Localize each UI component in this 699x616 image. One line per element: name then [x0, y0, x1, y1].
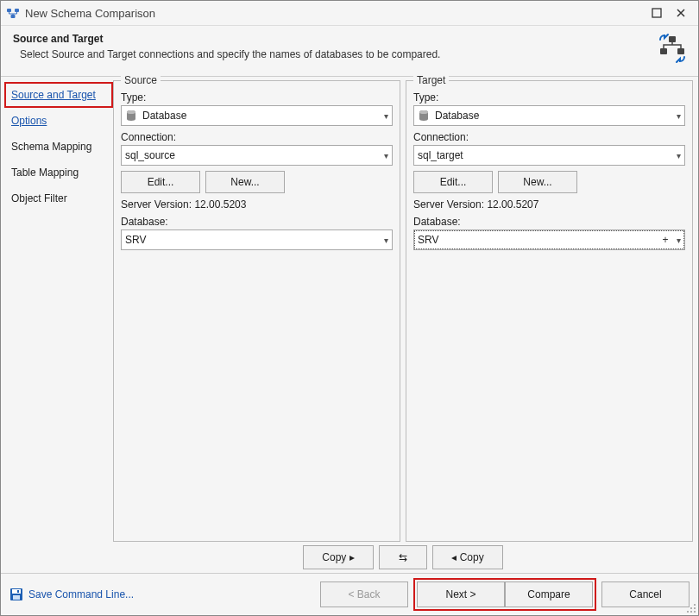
save-command-line-link[interactable]: Save Command Line... — [9, 588, 134, 601]
target-type-combo[interactable]: Database ▾ — [413, 105, 685, 126]
target-legend: Target — [413, 74, 449, 86]
svg-point-19 — [690, 611, 692, 613]
target-edit-button[interactable]: Edit... — [413, 171, 493, 193]
svg-rect-5 — [660, 48, 667, 54]
swap-icon: ⇆ — [399, 551, 407, 563]
target-new-button[interactable]: New... — [498, 171, 577, 193]
chevron-down-icon: ▾ — [677, 236, 681, 245]
header-description: Select Source and Target connections and… — [13, 48, 646, 60]
source-database-label: Database: — [121, 216, 393, 228]
save-icon — [9, 588, 23, 601]
swap-button[interactable]: ⇆ — [379, 545, 427, 569]
svg-rect-3 — [652, 9, 661, 17]
compare-button[interactable]: Compare — [505, 581, 593, 607]
nav-source-and-target[interactable]: Source and Target — [4, 82, 113, 108]
source-server-version: Server Version: 12.00.5203 — [121, 198, 393, 211]
chevron-down-icon: ▾ — [677, 151, 681, 160]
dialog-window: New Schema Comparison Source and Target … — [0, 0, 699, 616]
footer: Save Command Line... < Back Next > Compa… — [1, 573, 698, 615]
target-database-label: Database: — [413, 216, 685, 228]
source-database-combo[interactable]: SRV ▾ — [121, 229, 393, 250]
target-connection-label: Connection: — [413, 131, 685, 143]
database-icon — [418, 110, 430, 122]
svg-point-16 — [694, 607, 696, 609]
svg-rect-6 — [677, 48, 684, 54]
next-button[interactable]: Next > — [417, 581, 505, 607]
resize-grip[interactable] — [686, 603, 696, 613]
target-connection-value: sql_target — [418, 149, 673, 161]
sidebar: Source and Target Options Schema Mapping… — [1, 77, 113, 573]
svg-rect-13 — [13, 595, 20, 600]
nav-schema-mapping[interactable]: Schema Mapping — [4, 134, 113, 160]
maximize-button[interactable] — [645, 4, 669, 22]
svg-point-10 — [419, 110, 428, 114]
source-type-label: Type: — [121, 91, 393, 104]
target-server-version-label: Server Version: — [413, 198, 484, 211]
source-edit-button[interactable]: Edit... — [121, 171, 200, 193]
svg-rect-12 — [12, 589, 21, 594]
chevron-down-icon: ▾ — [384, 111, 388, 121]
target-group: Target Type: Database ▾ Connection: sql_… — [406, 80, 693, 542]
close-button[interactable] — [669, 4, 693, 22]
target-server-version-value: 12.00.5207 — [487, 198, 538, 211]
header-icon — [655, 33, 690, 67]
svg-point-8 — [127, 110, 135, 114]
svg-point-20 — [687, 611, 689, 613]
target-type-value: Database — [435, 110, 673, 122]
source-new-button[interactable]: New... — [205, 171, 285, 193]
svg-rect-14 — [17, 590, 19, 593]
source-connection-combo[interactable]: sql_source ▾ — [121, 145, 393, 166]
target-connection-combo[interactable]: sql_target ▾ — [413, 145, 685, 166]
nav-object-filter[interactable]: Object Filter — [4, 185, 113, 211]
copy-left-button[interactable]: ◂ Copy — [432, 545, 503, 569]
database-icon — [125, 110, 137, 122]
copy-bar: Copy ▸ ⇆ ◂ Copy — [113, 542, 693, 573]
svg-rect-0 — [7, 9, 11, 12]
source-type-combo[interactable]: Database ▾ — [121, 105, 393, 126]
header-title: Source and Target — [13, 33, 646, 45]
body: Source and Target Options Schema Mapping… — [1, 77, 698, 573]
source-server-version-value: 12.00.5203 — [194, 198, 246, 211]
chevron-down-icon: ▾ — [384, 236, 388, 245]
svg-point-18 — [690, 607, 692, 609]
nav-options[interactable]: Options — [4, 108, 113, 134]
chevron-down-icon: ▾ — [384, 151, 388, 160]
plus-icon[interactable]: + — [659, 234, 671, 246]
nav-table-mapping[interactable]: Table Mapping — [4, 160, 113, 185]
arrow-right-icon: ▸ — [350, 551, 355, 563]
copy-right-label: Copy — [322, 551, 346, 563]
svg-rect-4 — [669, 36, 676, 42]
source-group: Source Type: Database ▾ Connection: sql_… — [113, 80, 400, 542]
back-button[interactable]: < Back — [320, 581, 408, 607]
cancel-button[interactable]: Cancel — [601, 581, 690, 607]
source-server-version-label: Server Version: — [121, 198, 192, 211]
source-connection-value: sql_source — [125, 149, 381, 161]
header: Source and Target Select Source and Targ… — [1, 26, 698, 77]
source-type-value: Database — [142, 110, 381, 122]
source-legend: Source — [121, 74, 161, 86]
target-database-combo[interactable]: SRV + ▾ — [413, 229, 685, 250]
primary-actions-highlight: Next > Compare — [413, 578, 596, 611]
save-command-line-label: Save Command Line... — [28, 588, 134, 600]
svg-point-17 — [694, 611, 696, 613]
copy-left-label: Copy — [460, 551, 484, 563]
panels: Source Type: Database ▾ Connection: sql_… — [113, 80, 693, 542]
source-connection-label: Connection: — [121, 131, 393, 143]
target-server-version: Server Version: 12.00.5207 — [413, 198, 685, 211]
svg-rect-1 — [15, 9, 19, 12]
arrow-left-icon: ◂ — [451, 551, 457, 563]
window-title: New Schema Comparison — [25, 7, 645, 20]
target-type-label: Type: — [413, 91, 685, 104]
chevron-down-icon: ▾ — [677, 111, 681, 121]
app-icon — [6, 6, 20, 20]
source-database-value: SRV — [125, 234, 381, 246]
target-database-value: SRV — [418, 234, 656, 246]
svg-point-15 — [694, 604, 696, 606]
copy-right-button[interactable]: Copy ▸ — [303, 545, 374, 569]
titlebar: New Schema Comparison — [1, 1, 698, 26]
svg-rect-2 — [11, 15, 16, 18]
content: Source Type: Database ▾ Connection: sql_… — [113, 77, 698, 573]
